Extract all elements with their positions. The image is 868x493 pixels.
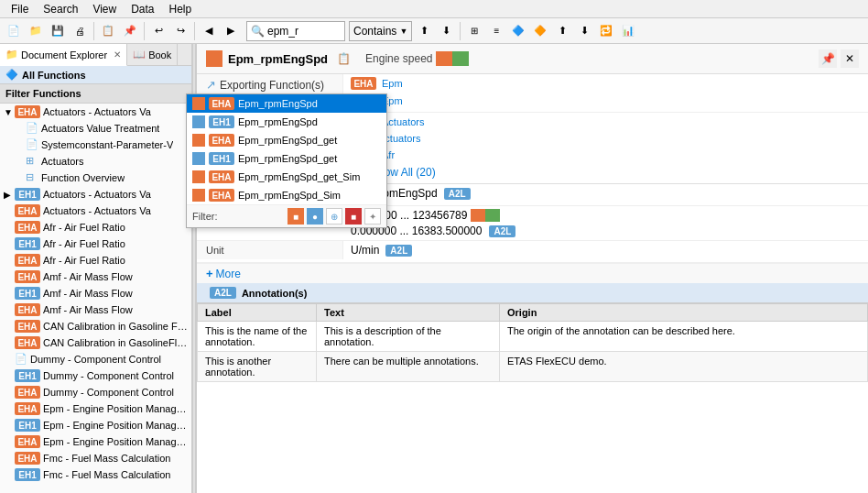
view-btn6[interactable]: ⬇	[574, 21, 594, 41]
auto-item-3[interactable]: EH1 Epm_rpmEngSpd_get	[187, 149, 386, 168]
export-name-0[interactable]: Epm	[382, 78, 403, 89]
tree-text-10: Amf - Air Mass Flow	[43, 271, 133, 282]
badge-eh1-22: EH1	[15, 468, 40, 481]
tree-text-4: Function Overview	[41, 172, 125, 183]
contains-dropdown[interactable]: Contains ▼	[349, 21, 412, 41]
tree-item-8[interactable]: EH1 Afr - Air Fuel Ratio	[0, 236, 191, 252]
menu-help[interactable]: Help	[162, 1, 200, 17]
chevron-down-icon: ▼	[399, 27, 407, 36]
tree-item-16[interactable]: EH1 Dummy - Component Control	[0, 367, 191, 384]
tree-item-14[interactable]: EHA CAN Calibration in GasolineFlexECU	[0, 334, 191, 351]
filter-icon-blue[interactable]: ●	[307, 208, 323, 225]
filter-icon-red[interactable]: ■	[345, 208, 362, 225]
tab-close-document-explorer[interactable]: ✕	[114, 49, 121, 60]
tree-item-22[interactable]: EH1 Fmc - Fuel Mass Calculation	[0, 466, 191, 483]
tree-text-14: CAN Calibration in GasolineFlexECU	[43, 337, 188, 348]
import-name-0[interactable]: Actuators	[382, 116, 424, 127]
tree-item-15[interactable]: 📄 Dummy - Component Control	[0, 351, 191, 367]
tree-item-0[interactable]: ▼ EHA Actuators - Actuators Va	[0, 104, 191, 120]
tree-arrow-5[interactable]: ▶	[4, 190, 15, 200]
filter-icon-globe[interactable]: ⊕	[326, 208, 342, 225]
limit-color-green	[485, 209, 500, 222]
tab-book[interactable]: 📖 Book	[127, 44, 178, 65]
auto-item-1[interactable]: EH1 Epm_rpmEngSpd	[187, 113, 386, 131]
limit-color-orange	[471, 209, 485, 222]
auto-badge-0: EHA	[209, 97, 234, 110]
auto-item-4[interactable]: EHA Epm_rpmEngSpd_get_Sim	[187, 168, 386, 186]
tree-item-11[interactable]: EH1 Amf - Air Mass Flow	[0, 285, 191, 301]
auto-item-0[interactable]: EHA Epm_rpmEngSpd	[187, 94, 386, 113]
detail-copy-icon[interactable]: 📋	[337, 52, 351, 65]
pin-button[interactable]: 📌	[819, 49, 837, 68]
tree-item-18[interactable]: EHA Epm - Engine Position Management	[0, 400, 191, 417]
menu-data[interactable]: Data	[124, 1, 161, 17]
tree-item-17[interactable]: EHA Dummy - Component Control	[0, 384, 191, 400]
new-button[interactable]: 📄	[4, 21, 24, 41]
tree-item-3[interactable]: ⊞ Actuators	[0, 153, 191, 170]
tree-text-19: Epm - Engine Position Management	[43, 420, 188, 431]
menu-file[interactable]: File	[4, 1, 36, 17]
open-button[interactable]: 📁	[26, 21, 46, 41]
tree-item-12[interactable]: EHA Amf - Air Mass Flow	[0, 301, 191, 318]
tree-item-9[interactable]: EHA Afr - Air Fuel Ratio	[0, 252, 191, 268]
filter-btn1[interactable]: ⬆	[414, 21, 434, 41]
view-btn2[interactable]: ≡	[486, 21, 506, 41]
tree-item-2[interactable]: 📄 Systemconstant-Parameter-V	[0, 137, 191, 153]
close-button[interactable]: ✕	[841, 49, 859, 68]
auto-text-1: Epm_rpmEngSpd	[238, 116, 318, 127]
print-button[interactable]: 🖨	[70, 21, 90, 41]
tree-item-13[interactable]: EHA CAN Calibration in Gasoline FlexECU	[0, 318, 191, 334]
filter-btn2[interactable]: ⬇	[436, 21, 456, 41]
back-button[interactable]: ◀	[199, 21, 219, 41]
auto-badge-4: EHA	[209, 170, 234, 183]
auto-badge-1: EH1	[209, 115, 234, 128]
sep3	[194, 22, 195, 40]
more-label[interactable]: More	[216, 268, 241, 280]
view-btn7[interactable]: 🔁	[596, 21, 616, 41]
view-btn4[interactable]: 🔶	[530, 21, 550, 41]
tab-document-explorer[interactable]: 📁 Document Explorer ✕	[0, 44, 127, 66]
tree-item-6[interactable]: EHA Actuators - Actuators Va	[0, 203, 191, 219]
tree-item-10[interactable]: EHA Amf - Air Mass Flow	[0, 268, 191, 285]
menu-view[interactable]: View	[85, 1, 124, 17]
menu-search[interactable]: Search	[36, 1, 85, 17]
tree-item-1[interactable]: 📄 Actuators Value Treatment	[0, 120, 191, 137]
limit-color-0	[471, 209, 500, 222]
more-link[interactable]: + More	[197, 263, 868, 283]
view-btn8[interactable]: 📊	[618, 21, 638, 41]
tree-arrow-0[interactable]: ▼	[4, 107, 15, 117]
filter-icon-star[interactable]: ✦	[364, 208, 381, 225]
tree-item-21[interactable]: EHA Fmc - Fuel Mass Calculation	[0, 450, 191, 466]
all-functions-icon: 🔷	[5, 69, 18, 81]
view-btn3[interactable]: 🔷	[508, 21, 528, 41]
sep1	[93, 22, 94, 40]
auto-color-0	[192, 97, 205, 110]
copy-button[interactable]: 📋	[98, 21, 118, 41]
filter-icon-orange[interactable]: ■	[288, 208, 304, 225]
annot-origin-0: The origin of the annotation can be desc…	[500, 322, 868, 352]
forward-button[interactable]: ▶	[221, 21, 241, 41]
auto-text-4: Epm_rpmEngSpd_get_Sim	[238, 171, 360, 182]
view-btn1[interactable]: ⊞	[464, 21, 484, 41]
tree-item-7[interactable]: EHA Afr - Air Fuel Ratio	[0, 219, 191, 236]
tree-text-21: Fmc - Fuel Mass Calculation	[43, 453, 170, 464]
detail-title-icon	[206, 50, 222, 67]
tree-item-20[interactable]: EHA Epm - Engine Position Management	[0, 433, 191, 450]
undo-button[interactable]: ↩	[148, 21, 168, 41]
badge-eha-10: EHA	[15, 270, 40, 283]
auto-item-2[interactable]: EHA Epm_rpmEngSpd_get	[187, 131, 386, 149]
auto-text-2: Epm_rpmEngSpd_get	[238, 135, 337, 146]
annotation-header: A2L Annotation(s)	[197, 283, 868, 303]
annotation-row-1: This is another annotation. There can be…	[198, 352, 868, 382]
tree-item-5[interactable]: ▶ EH1 Actuators - Actuators Va	[0, 186, 191, 203]
auto-item-5[interactable]: EHA Epm_rpmEngSpd_Sim	[187, 186, 386, 204]
paste-button[interactable]: 📌	[120, 21, 140, 41]
save-button[interactable]: 💾	[48, 21, 68, 41]
auto-color-2	[192, 134, 205, 147]
view-btn5[interactable]: ⬆	[552, 21, 572, 41]
search-input[interactable]	[267, 25, 341, 38]
tree-item-19[interactable]: EH1 Epm - Engine Position Management	[0, 417, 191, 433]
annot-origin-1: ETAS FlexECU demo.	[500, 352, 868, 382]
redo-button[interactable]: ↪	[170, 21, 190, 41]
tree-item-4[interactable]: ⊟ Function Overview	[0, 170, 191, 186]
